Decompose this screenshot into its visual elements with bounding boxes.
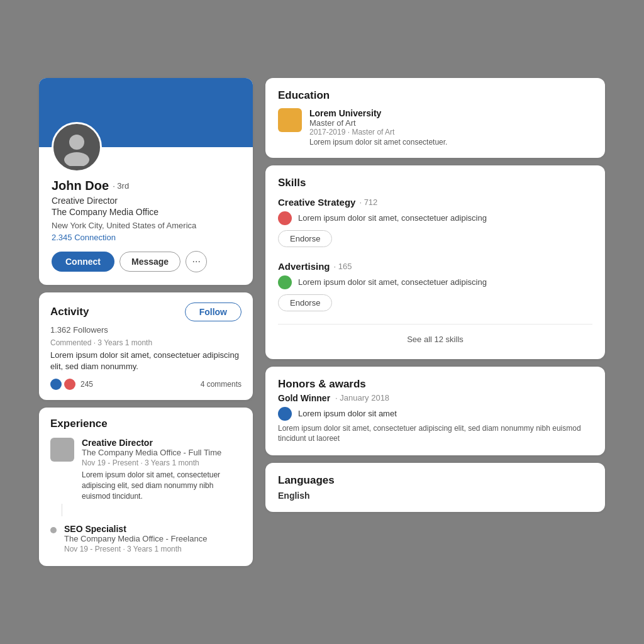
- education-title: Education: [278, 89, 330, 101]
- activity-text: Lorem ipsum dolor sit amet, consectetuer…: [50, 350, 242, 372]
- education-icon: [278, 108, 302, 132]
- skill-text-1: Lorem ipsum dolor sit amet, consectetuer…: [298, 213, 487, 223]
- honor-award-row: Gold Winner · January 2018: [278, 393, 592, 403]
- edu-years: 2017-2019 · Master of Art: [309, 128, 447, 136]
- exp-company-icon-1: [50, 438, 74, 462]
- education-details: Lorem University Master of Art 2017-2019…: [309, 108, 447, 147]
- right-column: Education Lorem University Master of Art…: [265, 78, 605, 513]
- skill-category-1-header: Creative Strategy · 712: [278, 197, 592, 208]
- experience-title: Experience: [50, 418, 108, 430]
- languages-card: Languages English: [265, 463, 605, 512]
- profile-company: The Company Media Office: [52, 207, 240, 217]
- honor-dot: [278, 407, 292, 421]
- honor-recipient: Lorem ipsum dolor sit amet: [298, 409, 397, 418]
- honor-award-name: Gold Winner: [278, 393, 330, 403]
- activity-title: Activity: [50, 306, 89, 318]
- skill-count-1: · 712: [359, 197, 377, 207]
- honors-title: Honors & awards: [278, 378, 366, 390]
- comments-count: 4 comments: [201, 380, 242, 389]
- honors-card: Honors & awards Gold Winner · January 20…: [265, 367, 605, 456]
- follow-button[interactable]: Follow: [185, 303, 242, 321]
- reaction-dot-red: [64, 379, 75, 390]
- activity-footer: 245 4 comments: [50, 379, 242, 390]
- reaction-dot-blue: [50, 379, 62, 390]
- exp-dot-2: [50, 527, 57, 533]
- exp-company-2: The Company Media Office - Freelance: [64, 534, 207, 543]
- experience-item-2: SEO Specialist The Company Media Office …: [50, 524, 242, 556]
- skills-divider: [278, 324, 592, 325]
- avatar-wrap: [52, 122, 102, 172]
- skills-card: Skills Creative Strategy · 712 Lorem ips…: [265, 165, 605, 359]
- profile-name-row: John Doe · 3rd: [52, 179, 240, 193]
- skill-category-2-header: Advertising · 165: [278, 261, 592, 272]
- exp-desc-1: Lorem ipsum dolor sit amet, consectetuer…: [82, 470, 242, 501]
- activity-meta: Commented · 3 Years 1 month: [50, 338, 242, 347]
- exp-duration-1: Nov 19 - Present · 3 Years 1 month: [82, 458, 242, 467]
- languages-title: Languages: [278, 474, 335, 486]
- profile-degree: · 3rd: [113, 181, 129, 191]
- profile-actions: Connect Message ···: [52, 251, 240, 272]
- exp-role-1: Creative Director: [82, 438, 242, 448]
- education-item: Lorem University Master of Art 2017-2019…: [278, 108, 592, 147]
- reaction-count: 245: [80, 380, 93, 389]
- exp-divider: [62, 504, 62, 516]
- profile-title: Creative Director: [52, 196, 240, 206]
- skill-count-2: · 165: [334, 262, 352, 271]
- exp-duration-2: Nov 19 - Present · 3 Years 1 month: [64, 545, 207, 553]
- skill-name-2: Advertising: [278, 261, 330, 272]
- activity-card: Activity Follow 1.362 Followers Commente…: [39, 292, 253, 400]
- education-card: Education Lorem University Master of Art…: [265, 78, 605, 158]
- connect-button[interactable]: Connect: [52, 252, 114, 272]
- profile-card: John Doe · 3rd Creative Director The Com…: [39, 78, 253, 285]
- honor-award-date: · January 2018: [335, 393, 389, 402]
- edu-school: Lorem University: [309, 108, 447, 118]
- followers-text: 1.362 Followers: [50, 325, 242, 335]
- reaction-dots: 245: [50, 379, 93, 390]
- exp-role-2: SEO Specialist: [64, 524, 207, 534]
- page-layout: John Doe · 3rd Creative Director The Com…: [39, 78, 605, 567]
- experience-item-1: Creative Director The Company Media Offi…: [50, 438, 242, 501]
- exp-company-1: The Company Media Office - Full Time: [82, 448, 242, 457]
- see-all-skills[interactable]: See all 12 skills: [278, 331, 592, 348]
- left-column: John Doe · 3rd Creative Director The Com…: [39, 78, 253, 567]
- profile-banner: [39, 78, 253, 147]
- svg-point-0: [69, 135, 84, 150]
- endorse-button-2[interactable]: Endorse: [278, 294, 332, 311]
- skill-dot-1: [278, 211, 292, 225]
- skill-text-2: Lorem ipsum dolor sit amet, consectetuer…: [298, 277, 487, 287]
- honor-desc: Lorem ipsum dolor sit amet, consectetuer…: [278, 423, 592, 445]
- avatar: [52, 122, 102, 172]
- profile-connections[interactable]: 2.345 Connection: [52, 233, 240, 242]
- activity-header: Activity Follow: [50, 303, 242, 321]
- language-english: English: [278, 491, 592, 501]
- profile-name: John Doe: [52, 179, 109, 193]
- skill-name-1: Creative Strategy: [278, 197, 355, 208]
- exp-details-1: Creative Director The Company Media Offi…: [82, 438, 242, 501]
- endorse-button-1[interactable]: Endorse: [278, 230, 332, 247]
- edu-degree: Master of Art: [309, 118, 447, 128]
- exp-details-2: SEO Specialist The Company Media Office …: [64, 524, 207, 556]
- message-button[interactable]: Message: [119, 252, 180, 272]
- skill-item-2: Lorem ipsum dolor sit amet, consectetuer…: [278, 275, 592, 289]
- experience-card: Experience Creative Director The Company…: [39, 408, 253, 566]
- more-button[interactable]: ···: [186, 251, 207, 272]
- skill-dot-2: [278, 275, 292, 289]
- skills-title: Skills: [278, 177, 306, 189]
- skill-item-1: Lorem ipsum dolor sit amet, consectetuer…: [278, 211, 592, 225]
- honor-icon-row: Lorem ipsum dolor sit amet: [278, 407, 592, 421]
- profile-location: New York City, United States of America: [52, 221, 240, 230]
- edu-desc: Lorem ipsum dolor sit amet consectetuer.: [309, 138, 447, 147]
- svg-point-1: [64, 152, 89, 166]
